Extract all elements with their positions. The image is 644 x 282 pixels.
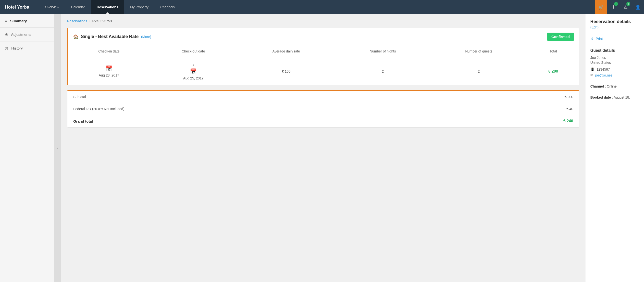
avg-rate-cell: € 100 bbox=[237, 57, 336, 85]
subtotal-row: Subtotal € 200 bbox=[68, 91, 579, 103]
total-cell: € 200 bbox=[527, 57, 579, 85]
nights-cell: 2 bbox=[336, 57, 430, 85]
edit-link[interactable]: (Edit) bbox=[590, 25, 639, 29]
nav-my-property[interactable]: My Property bbox=[124, 0, 154, 14]
more-link[interactable]: (More) bbox=[141, 35, 151, 39]
sidebar-collapse-button[interactable]: ‹ bbox=[54, 14, 61, 282]
nav-channels[interactable]: Channels bbox=[154, 0, 180, 14]
booking-row: 📅 Aug 23, 2017 › 📅 Aug 25, 2017 € 100 bbox=[68, 57, 579, 85]
channel-row: Channel : Online bbox=[590, 84, 639, 88]
nav-calendar[interactable]: Calendar bbox=[65, 0, 91, 14]
divider-1 bbox=[590, 33, 639, 33]
nav-overview[interactable]: Overview bbox=[39, 0, 65, 14]
guests-cell: 2 bbox=[430, 57, 527, 85]
summary-card: Subtotal € 200 Federal Tax (20.0% Not In… bbox=[67, 90, 579, 128]
email-icon: ✉ bbox=[590, 73, 593, 77]
reservation-details-title: Reservation details bbox=[590, 19, 639, 24]
divider-3 bbox=[590, 81, 639, 81]
sidebar-label-history: History bbox=[11, 46, 23, 50]
divider-4 bbox=[590, 92, 639, 92]
guest-country: United States bbox=[590, 61, 639, 65]
phone-icon: 📱 bbox=[590, 68, 594, 71]
right-panel: Reservation details (Edit) 🖨 Print Guest… bbox=[585, 14, 644, 282]
guest-details-title: Guest details bbox=[590, 48, 639, 53]
summary-icon: ≡ bbox=[5, 19, 7, 23]
sidebar-item-adjustments[interactable]: ⊙ Adjustments bbox=[0, 28, 54, 42]
breadcrumb-separator: › bbox=[89, 19, 90, 23]
tax-label: Federal Tax (20.0% Not Included) bbox=[73, 107, 124, 111]
guest-email-link[interactable]: joe@jo.nes bbox=[595, 73, 612, 77]
grand-total-row: Grand total € 240 bbox=[68, 115, 579, 127]
upload-button[interactable]: ⬆ 1 bbox=[607, 0, 620, 14]
booked-label: Booked date bbox=[590, 95, 611, 99]
page-layout: ≡ Summary ⊙ Adjustments ◷ History ‹ Rese… bbox=[0, 14, 644, 282]
main-content: Reservations › R243323753 🏠 Single - Bes… bbox=[61, 14, 585, 282]
print-icon: 🖨 bbox=[590, 37, 594, 41]
nav-items: Overview Calendar Reservations My Proper… bbox=[39, 0, 595, 14]
guest-phone: 1234567 bbox=[596, 68, 610, 71]
subtotal-label: Subtotal bbox=[73, 95, 86, 99]
alert-button[interactable]: ⚠ 1 bbox=[620, 0, 632, 14]
nav-reservations[interactable]: Reservations bbox=[91, 0, 124, 14]
card-title: 🏠 Single - Best Available Rate (More) bbox=[73, 34, 151, 40]
breadcrumb-reservations-link[interactable]: Reservations bbox=[67, 19, 87, 23]
grand-total-label: Grand total bbox=[73, 119, 93, 123]
checkout-date: Aug 25, 2017 bbox=[183, 76, 204, 80]
upload-badge: 1 bbox=[614, 2, 618, 6]
breadcrumb-current: R243323753 bbox=[92, 19, 112, 23]
sidebar-item-summary[interactable]: ≡ Summary bbox=[0, 14, 54, 28]
adjustments-icon: ⊙ bbox=[5, 32, 8, 37]
brand-logo: Hotel Yorba bbox=[5, 5, 29, 10]
col-guests: Number of guests bbox=[430, 45, 527, 57]
guest-email-row: ✉ joe@jo.nes bbox=[590, 73, 639, 77]
total-amount: € 200 bbox=[548, 69, 558, 73]
alert-badge: 1 bbox=[626, 2, 630, 6]
booked-date-row: Booked date : August 18, bbox=[590, 95, 639, 99]
card-header: 🏠 Single - Best Available Rate (More) Co… bbox=[68, 28, 579, 45]
sidebar-label-adjustments: Adjustments bbox=[11, 32, 31, 37]
breadcrumb: Reservations › R243323753 bbox=[67, 19, 579, 23]
tax-row: Federal Tax (20.0% Not Included) € 40 bbox=[68, 103, 579, 115]
subtotal-amount: € 200 bbox=[564, 95, 573, 99]
cart-button[interactable]: 🛒 bbox=[595, 0, 607, 14]
checkin-calendar-icon: 📅 bbox=[106, 66, 112, 72]
divider-2 bbox=[590, 45, 639, 45]
booking-title: Single - Best Available Rate bbox=[81, 34, 139, 39]
col-checkin: Check-in date bbox=[68, 45, 150, 57]
booked-value: August 18, bbox=[614, 95, 630, 99]
print-button[interactable]: 🖨 Print bbox=[590, 37, 639, 41]
user-button[interactable]: 👤 bbox=[632, 0, 644, 14]
arrow-icon: › bbox=[192, 62, 194, 67]
nav-icon-group: 🛒 ⬆ 1 ⚠ 1 👤 bbox=[595, 0, 644, 14]
home-icon: 🏠 bbox=[73, 34, 78, 40]
top-navigation: Hotel Yorba Overview Calendar Reservatio… bbox=[0, 0, 644, 14]
col-checkout: Check-out date bbox=[150, 45, 237, 57]
booking-card: 🏠 Single - Best Available Rate (More) Co… bbox=[67, 28, 579, 85]
grand-total-amount: € 240 bbox=[564, 119, 573, 123]
col-nights: Number of nights bbox=[336, 45, 430, 57]
guest-name: Joe Jones bbox=[590, 56, 639, 60]
channel-label: Channel bbox=[590, 84, 604, 88]
guest-phone-row: 📱 1234567 bbox=[590, 68, 639, 71]
booked-colon: : bbox=[612, 95, 613, 99]
booking-table: Check-in date Check-out date Average dai… bbox=[68, 45, 579, 85]
print-label: Print bbox=[596, 37, 603, 41]
channel-colon: : bbox=[605, 84, 606, 88]
channel-value: Online bbox=[607, 84, 616, 88]
col-avg-rate: Average daily rate bbox=[237, 45, 336, 57]
sidebar-label-summary: Summary bbox=[10, 19, 27, 23]
checkout-calendar-icon: 📅 bbox=[190, 68, 196, 75]
confirmed-badge: Confirmed bbox=[547, 33, 574, 41]
history-icon: ◷ bbox=[5, 46, 8, 51]
arrow-cell: › 📅 Aug 25, 2017 bbox=[150, 57, 237, 85]
sidebar: ≡ Summary ⊙ Adjustments ◷ History bbox=[0, 14, 54, 282]
col-total: Total bbox=[527, 45, 579, 57]
checkin-cell: 📅 Aug 23, 2017 bbox=[68, 57, 150, 85]
tax-amount: € 40 bbox=[566, 107, 573, 111]
sidebar-item-history[interactable]: ◷ History bbox=[0, 42, 54, 55]
checkin-date: Aug 23, 2017 bbox=[99, 73, 119, 77]
